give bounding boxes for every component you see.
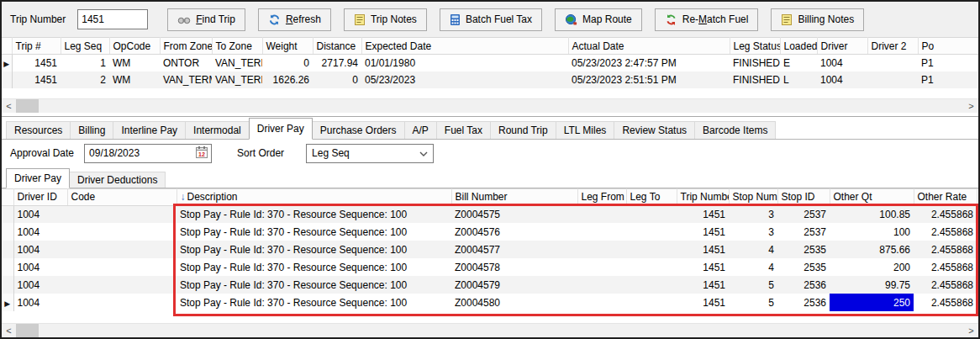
pay-row[interactable]: 1004 Stop Pay - Rule Id: 370 - Resource … [2, 205, 980, 223]
cell-bill-number[interactable]: Z0004577 [451, 241, 577, 258]
scroll-left-button[interactable]: < [2, 324, 16, 337]
subtab-driver-pay[interactable]: Driver Pay [6, 168, 70, 188]
cell-driver-id[interactable]: 1004 [13, 205, 67, 223]
cell-trip-number[interactable]: 1451 [677, 294, 729, 311]
billing-notes-button[interactable]: Billing Notes [771, 8, 864, 31]
cell-other-qt[interactable]: 200 [830, 258, 914, 276]
trip-number-input[interactable] [77, 9, 148, 29]
cell-other-qt[interactable]: 875.66 [830, 241, 914, 258]
tab-barcode-items[interactable]: Barcode Items [694, 121, 776, 139]
col-loaded[interactable]: Loaded [780, 38, 817, 55]
cell-trip-number[interactable]: 1451 [677, 258, 729, 276]
cell-trip-number[interactable]: 1451 [677, 276, 729, 294]
tab-review-status[interactable]: Review Status [614, 121, 695, 139]
cell-leg-status[interactable]: FINISHED [730, 72, 780, 88]
col-expected-date[interactable]: Expected Date [361, 38, 568, 55]
approval-date-input[interactable]: 09/18/2023 12 [84, 144, 212, 163]
cell-description[interactable]: Stop Pay - Rule Id: 370 - Resource Seque… [177, 276, 451, 294]
col-trip-number[interactable]: Trip Number [677, 188, 729, 205]
cell-stop-id[interactable]: 2535 [777, 241, 830, 258]
scrollbar-thumb[interactable] [16, 99, 39, 113]
scroll-right-button[interactable]: > [964, 99, 978, 113]
col-leg-from[interactable]: Leg From [577, 188, 626, 205]
col-leg-to[interactable]: Leg To [626, 188, 677, 205]
col-distance[interactable]: Distance [313, 38, 361, 55]
tab-purchase-orders[interactable]: Purchase Orders [312, 121, 405, 139]
scroll-right-button[interactable]: > [964, 324, 978, 337]
cell-driver-id[interactable]: 1004 [13, 223, 67, 241]
cell-stop-id[interactable]: 2536 [777, 276, 830, 294]
cell-opcode[interactable]: WM [109, 55, 160, 72]
tab-round-trip[interactable]: Round Trip [490, 121, 556, 139]
cell-code[interactable] [67, 223, 177, 241]
col-leg-status[interactable]: Leg Status [730, 38, 780, 55]
col-trip-number[interactable]: Trip # [12, 38, 61, 55]
col-stop-num[interactable]: Stop Num [729, 188, 777, 205]
cell-other-qt[interactable]: 100 [830, 223, 914, 241]
cell-stop-num[interactable]: 4 [729, 258, 777, 276]
pay-row[interactable]: 1004 Stop Pay - Rule Id: 370 - Resource … [2, 258, 980, 276]
cell-leg-to[interactable] [626, 223, 677, 241]
cell-expected-date[interactable]: 05/23/2023 [361, 72, 568, 88]
cell-description[interactable]: Stop Pay - Rule Id: 370 - Resource Seque… [177, 294, 451, 311]
refresh-button[interactable]: Refresh [258, 8, 331, 31]
cell-code[interactable] [67, 258, 177, 276]
cell-other-rate[interactable]: 2.455868 [914, 258, 977, 276]
cell-driver-2[interactable] [867, 55, 918, 72]
tab-billing[interactable]: Billing [70, 121, 113, 139]
cell-stop-num[interactable]: 5 [729, 294, 777, 311]
cell-stop-num[interactable]: 3 [729, 223, 777, 241]
cell-bill-number[interactable]: Z0004579 [451, 276, 577, 294]
cell-other-rate[interactable]: 2.455868 [914, 241, 977, 258]
cell-stop-num[interactable]: 4 [729, 241, 777, 258]
col-stop-id[interactable]: Stop ID [777, 188, 830, 205]
cell-code[interactable] [67, 294, 177, 311]
cell-leg-seq[interactable]: 1 [61, 55, 109, 72]
col-bill-number[interactable]: Bill Number [451, 188, 577, 205]
col-leg-seq[interactable]: Leg Seq [61, 38, 109, 55]
cell-leg-to[interactable] [626, 258, 677, 276]
cell-code[interactable] [67, 276, 177, 294]
cell-driver[interactable]: 1004 [817, 72, 867, 88]
cell-leg-from[interactable] [577, 223, 626, 241]
cell-expected-date[interactable]: 01/01/1980 [361, 55, 568, 72]
cell-other-qt[interactable]: 99.75 [830, 276, 914, 294]
cell-bill-number[interactable]: Z0004578 [451, 258, 577, 276]
cell-leg-from[interactable] [577, 241, 626, 258]
cell-from-zone[interactable]: ONTOR [160, 55, 212, 72]
cell-power[interactable]: P1 [918, 55, 980, 72]
cell-driver-id[interactable]: 1004 [13, 276, 67, 294]
cell-driver[interactable]: 1004 [817, 55, 867, 72]
pay-row[interactable]: 1004 Stop Pay - Rule Id: 370 - Resource … [2, 276, 980, 294]
cell-description[interactable]: Stop Pay - Rule Id: 370 - Resource Seque… [177, 241, 451, 258]
cell-weight[interactable]: 0 [262, 55, 313, 72]
col-driver[interactable]: Driver [817, 38, 867, 55]
cell-leg-from[interactable] [577, 294, 626, 311]
pay-row[interactable]: ▶ 1004 Stop Pay - Rule Id: 370 - Resourc… [2, 294, 980, 311]
cell-code[interactable] [67, 241, 177, 258]
tab-resources[interactable]: Resources [6, 121, 71, 139]
cell-driver-id[interactable]: 1004 [13, 294, 67, 311]
cell-trip-number[interactable]: 1451 [12, 72, 61, 88]
cell-driver-id[interactable]: 1004 [13, 241, 67, 258]
col-driver-2[interactable]: Driver 2 [867, 38, 918, 55]
col-code[interactable]: Code [67, 188, 177, 205]
tab-ap[interactable]: A/P [404, 121, 437, 139]
cell-actual-date[interactable]: 05/23/2023 2:51:51 PM [568, 72, 730, 88]
col-description[interactable]: ↓Description [177, 188, 451, 205]
cell-trip-number[interactable]: 1451 [677, 223, 729, 241]
cell-trip-number[interactable]: 1451 [677, 241, 729, 258]
cell-leg-to[interactable] [626, 276, 677, 294]
col-opcode[interactable]: OpCode [109, 38, 160, 55]
cell-leg-status[interactable]: FINISHED [730, 55, 780, 72]
cell-description[interactable]: Stop Pay - Rule Id: 370 - Resource Seque… [177, 223, 451, 241]
col-from-zone[interactable]: From Zone [160, 38, 212, 55]
cell-distance[interactable]: 0 [313, 72, 361, 88]
cell-other-rate[interactable]: 2.455868 [914, 223, 977, 241]
cell-description[interactable]: Stop Pay - Rule Id: 370 - Resource Seque… [177, 205, 451, 223]
trip-leg-row[interactable]: 1451 2 WM VAN_TERM VAN_TERM 1626.26 0 05… [2, 72, 980, 88]
cell-other-rate[interactable]: 2.455868 [914, 205, 977, 223]
tab-driver-pay[interactable]: Driver Pay [249, 118, 313, 140]
tab-interline-pay[interactable]: Interline Pay [113, 121, 186, 139]
cell-other-rate[interactable]: 2.455868 [914, 294, 977, 311]
